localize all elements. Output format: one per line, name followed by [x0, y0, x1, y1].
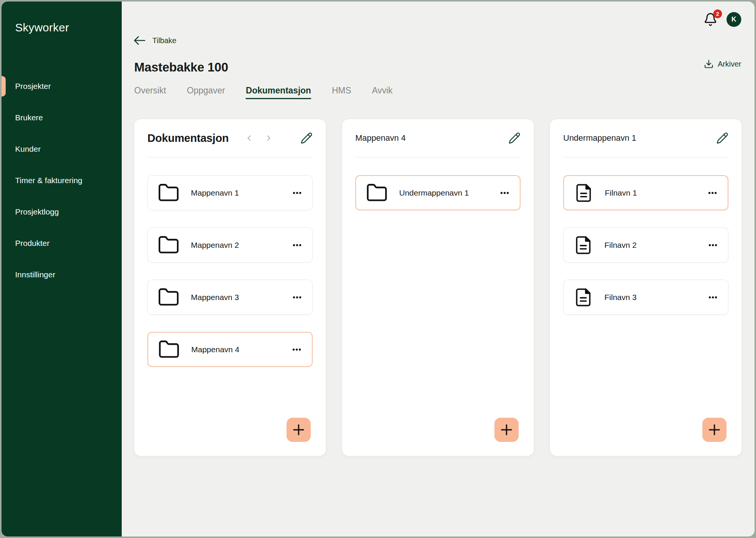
more-options-button[interactable] [292, 292, 302, 303]
sidebar-item-innstillinger[interactable]: Innstillinger [2, 259, 122, 290]
more-options-button[interactable] [292, 188, 302, 198]
column-header: Mappenavn 4 [355, 119, 521, 157]
more-options-button[interactable] [291, 344, 302, 355]
archive-label: Arkiver [718, 60, 741, 68]
avatar[interactable]: K [727, 12, 741, 27]
notifications-button[interactable]: 2 [703, 12, 717, 26]
sidebar-item-prosjekter[interactable]: Prosjekter [2, 70, 122, 102]
sidebar: Skyworker Prosjekter Brukere Kunder Time… [2, 2, 122, 536]
plus-icon [706, 421, 723, 438]
folder-icon [158, 339, 180, 361]
sidebar-item-kunder[interactable]: Kunder [2, 133, 122, 165]
column-pager [245, 134, 273, 143]
file-icon [574, 183, 593, 203]
file-row[interactable]: Filnavn 3 [563, 280, 728, 315]
add-item-button[interactable] [287, 418, 311, 442]
ellipsis-icon [292, 240, 302, 250]
tab-dokumentasjon[interactable]: Dokumentasjon [246, 86, 311, 99]
divider [563, 157, 728, 157]
document-columns: Dokumentasjon [134, 119, 742, 456]
app-logo: Skyworker [15, 21, 69, 34]
more-options-button[interactable] [499, 188, 510, 198]
file-row[interactable]: Filnavn 1 [563, 175, 728, 210]
edit-column-button[interactable] [301, 132, 313, 144]
more-options-button[interactable] [708, 292, 718, 303]
ellipsis-icon [292, 292, 302, 303]
edit-column-button[interactable] [508, 132, 521, 144]
column-title: Dokumentasjon [147, 132, 229, 145]
sidebar-item-label: Brukere [15, 113, 43, 122]
archive-button[interactable]: Arkiver [704, 59, 741, 69]
sidebar-item-label: Innstillinger [15, 270, 55, 279]
sidebar-item-label: Prosjekter [15, 82, 51, 91]
item-label: Mappenavn 3 [191, 293, 239, 302]
sidebar-item-label: Produkter [15, 239, 50, 248]
folder-icon [366, 182, 388, 204]
app-window: Skyworker Prosjekter Brukere Kunder Time… [2, 2, 754, 536]
divider [355, 157, 521, 157]
tab-oppgaver[interactable]: Oppgaver [187, 86, 225, 99]
sidebar-item-brukere[interactable]: Brukere [2, 102, 122, 133]
pencil-icon [508, 132, 521, 144]
add-item-button[interactable] [702, 418, 727, 442]
folder-icon [158, 286, 180, 308]
sidebar-item-label: Prosjektlogg [15, 207, 59, 216]
folder-row[interactable]: Mappenavn 2 [147, 227, 313, 263]
tab-avvik[interactable]: Avvik [372, 86, 393, 99]
item-label: Filnavn 1 [605, 188, 637, 197]
item-label: Mappenavn 1 [191, 188, 239, 197]
back-arrow-icon [133, 36, 146, 45]
ellipsis-icon [708, 240, 718, 250]
column-title: Undermappenavn 1 [563, 133, 636, 143]
ellipsis-icon [291, 344, 302, 355]
sidebar-item-label: Kunder [15, 145, 41, 154]
more-options-button[interactable] [707, 188, 718, 198]
folder-row[interactable]: Mappenavn 3 [147, 280, 313, 315]
sidebar-nav: Prosjekter Brukere Kunder Timer & faktur… [2, 70, 122, 290]
ellipsis-icon [707, 188, 718, 198]
column-title: Mappenavn 4 [355, 133, 406, 143]
active-indicator [2, 76, 6, 96]
notification-badge: 2 [713, 9, 722, 18]
item-list: Undermappenavn 1 [355, 175, 521, 210]
plus-icon [290, 421, 307, 438]
item-list: Filnavn 1 Filnavn 2 [563, 175, 728, 315]
plus-icon [498, 421, 515, 438]
ellipsis-icon [292, 188, 302, 198]
tab-oversikt[interactable]: Oversikt [134, 86, 166, 99]
pencil-icon [301, 132, 313, 144]
ellipsis-icon [499, 188, 510, 198]
more-options-button[interactable] [708, 240, 718, 250]
file-row[interactable]: Filnavn 2 [563, 227, 728, 263]
folder-icon [158, 182, 180, 204]
sidebar-item-produkter[interactable]: Produkter [2, 227, 122, 259]
item-list: Mappenavn 1 Mappenavn 2 [147, 175, 313, 367]
folder-row[interactable]: Mappenavn 1 [147, 175, 313, 210]
add-item-button[interactable] [494, 418, 519, 442]
back-button[interactable]: Tilbake [133, 36, 177, 45]
column-dokumentasjon: Dokumentasjon [134, 119, 326, 456]
divider [147, 157, 313, 157]
main-content: 2 K Tilbake Mastebakke 100 Arkiver Overs… [122, 2, 754, 536]
chevron-right-icon[interactable] [264, 134, 273, 143]
folder-row[interactable]: Mappenavn 4 [147, 332, 313, 367]
page-title: Mastebakke 100 [134, 60, 228, 75]
item-label: Undermappenavn 1 [399, 188, 469, 197]
tab-hms[interactable]: HMS [332, 86, 351, 99]
download-icon [704, 59, 714, 69]
edit-column-button[interactable] [716, 132, 728, 144]
chevron-left-icon[interactable] [245, 134, 254, 143]
column-undermappenavn-1: Undermappenavn 1 [550, 119, 742, 456]
sidebar-item-timer-fakturering[interactable]: Timer & fakturering [2, 165, 122, 196]
folder-icon [158, 234, 180, 256]
folder-row[interactable]: Undermappenavn 1 [355, 175, 521, 210]
item-label: Filnavn 3 [604, 293, 637, 302]
column-header: Undermappenavn 1 [563, 119, 728, 157]
sidebar-item-prosjektlogg[interactable]: Prosjektlogg [2, 196, 122, 227]
item-label: Mappenavn 2 [191, 241, 239, 250]
item-label: Mappenavn 4 [191, 345, 239, 354]
topbar: 2 K [703, 12, 741, 27]
file-icon [573, 235, 593, 255]
column-mappenavn-4: Mappenavn 4 Un [342, 119, 534, 456]
more-options-button[interactable] [292, 240, 302, 250]
